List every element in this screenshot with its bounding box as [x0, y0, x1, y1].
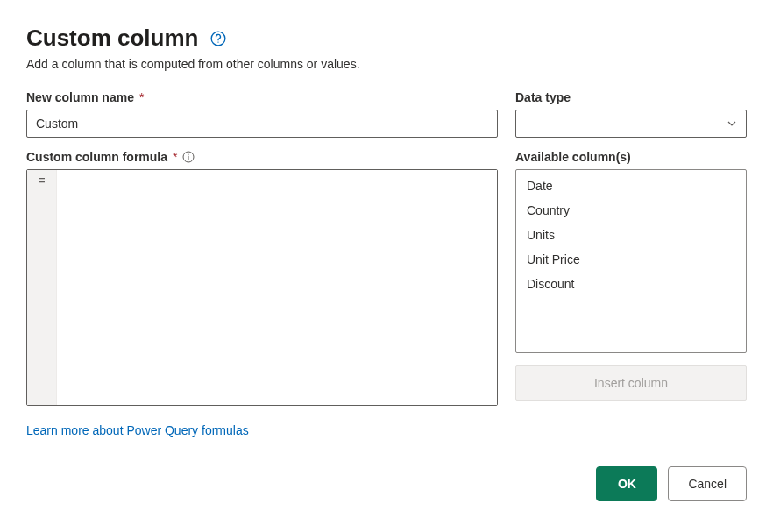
svg-point-1 — [218, 41, 219, 42]
column-item[interactable]: Country — [516, 198, 746, 223]
column-item[interactable]: Unit Price — [516, 247, 746, 272]
formula-left: Custom column formula * = Learn more abo… — [26, 150, 498, 438]
formula-label-text: Custom column formula — [26, 150, 167, 164]
column-name-label-text: New column name — [26, 90, 134, 104]
formula-gutter: = — [27, 170, 57, 405]
svg-point-3 — [188, 154, 189, 155]
required-indicator: * — [139, 90, 144, 104]
data-type-select[interactable] — [515, 110, 747, 138]
formula-right: Available column(s) Date Country Units U… — [515, 150, 747, 401]
formula-section: Custom column formula * = Learn more abo… — [26, 150, 747, 438]
chevron-down-icon — [727, 118, 737, 129]
insert-column-button[interactable]: Insert column — [515, 365, 747, 401]
top-fields-row: New column name * Data type — [26, 90, 747, 138]
formula-box: = — [26, 169, 498, 406]
learn-more-link[interactable]: Learn more about Power Query formulas — [26, 423, 249, 437]
data-type-field: Data type — [515, 90, 747, 138]
required-indicator: * — [173, 150, 177, 164]
ok-button[interactable]: OK — [596, 466, 657, 501]
column-item[interactable]: Discount — [516, 272, 746, 296]
dialog-header: Custom column — [26, 25, 747, 52]
dialog-footer: OK Cancel — [26, 466, 747, 501]
info-icon[interactable] — [182, 151, 195, 163]
formula-editor[interactable] — [57, 170, 497, 405]
column-name-input[interactable] — [26, 110, 498, 138]
formula-label: Custom column formula * — [26, 150, 498, 164]
cancel-button[interactable]: Cancel — [668, 466, 747, 501]
dialog-subtitle: Add a column that is computed from other… — [26, 57, 747, 71]
column-name-field: New column name * — [26, 90, 498, 138]
help-icon[interactable] — [210, 31, 226, 46]
column-item[interactable]: Units — [516, 223, 746, 247]
column-name-label: New column name * — [26, 90, 498, 104]
dialog-title: Custom column — [26, 25, 198, 52]
available-columns-list: Date Country Units Unit Price Discount — [515, 169, 747, 353]
data-type-label: Data type — [515, 90, 747, 104]
column-item[interactable]: Date — [516, 174, 746, 198]
available-columns-label: Available column(s) — [515, 150, 747, 164]
